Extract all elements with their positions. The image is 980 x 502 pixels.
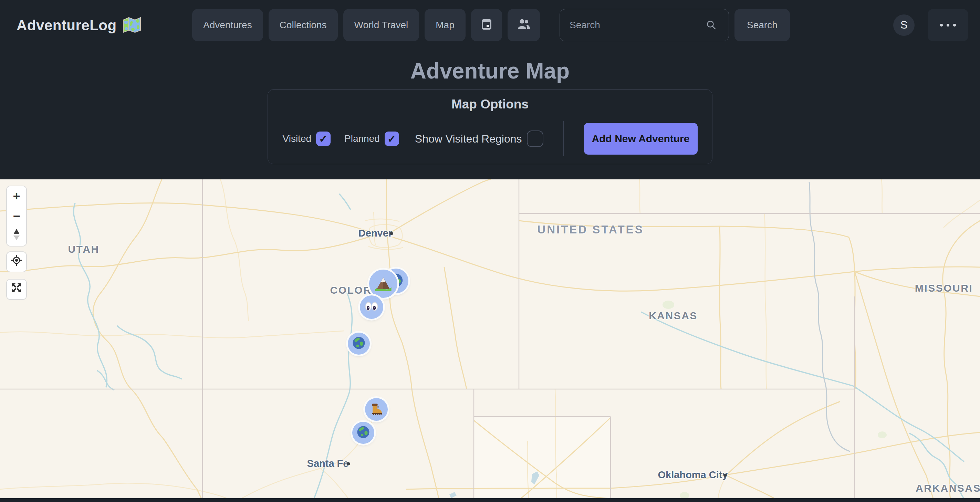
nav-world-travel[interactable]: World Travel: [343, 9, 419, 41]
planned-label: Planned: [344, 133, 380, 144]
adventure-map[interactable]: UTAH COLORADO UNITED STATES KANSAS MISSO…: [0, 180, 980, 502]
app-logo[interactable]: AdventureLog: [16, 17, 142, 34]
planned-checkbox[interactable]: ✓: [385, 132, 399, 146]
zoom-in-button[interactable]: +: [7, 186, 26, 206]
state-label-utah: UTAH: [68, 243, 99, 255]
show-visited-regions-checkbox[interactable]: [527, 130, 543, 147]
zoom-out-button[interactable]: −: [7, 206, 26, 226]
adventure-marker-mountain[interactable]: [369, 270, 398, 298]
tilt-control-button[interactable]: [7, 226, 26, 246]
geolocate-control: [6, 251, 27, 272]
navbar-right: S: [893, 9, 968, 41]
state-label-missouri: MISSOURI: [915, 282, 973, 294]
zoom-control-group: + −: [6, 186, 27, 246]
state-label-arkansas: ARKANSAS: [916, 482, 980, 494]
options-divider: [563, 121, 564, 156]
visited-label: Visited: [282, 133, 311, 144]
city-label-oklahoma-city: Oklahoma City: [658, 469, 728, 481]
avatar[interactable]: S: [893, 14, 915, 36]
geolocate-button[interactable]: [7, 252, 26, 272]
mountain-emoji-icon: [374, 274, 393, 294]
fullscreen-button[interactable]: [7, 280, 26, 299]
eyes-emoji-icon: [364, 300, 379, 315]
shared-users-button[interactable]: [508, 9, 540, 41]
app-title: AdventureLog: [16, 17, 117, 34]
visited-checkbox[interactable]: ✓: [316, 132, 331, 146]
city-dot-oklahoma-city: [724, 474, 727, 477]
add-new-adventure-button[interactable]: Add New Adventure: [584, 123, 698, 155]
city-label-denver: Denver: [358, 227, 392, 239]
map-options-card: Map Options Visited ✓ Planned ✓ Show Vis…: [267, 89, 713, 164]
nav-map[interactable]: Map: [425, 9, 465, 41]
page-title: Adventure Map: [0, 51, 980, 84]
city-dot-denver: [390, 232, 393, 235]
search-input[interactable]: [560, 9, 729, 41]
city-dot-santa-fe: [347, 462, 350, 465]
city-label-santa-fe: Santa Fe: [307, 458, 349, 469]
calendar-button[interactable]: [471, 9, 502, 41]
calendar-icon: [481, 18, 492, 33]
more-menu-button[interactable]: [928, 9, 968, 41]
fullscreen-icon: [11, 282, 22, 297]
main-nav: Adventures Collections World Travel Map: [192, 9, 540, 41]
search-area: Search: [560, 9, 790, 41]
globe-emoji-icon: [356, 425, 371, 441]
map-options-title: Map Options: [268, 97, 712, 111]
map-options-controls: Visited ✓ Planned ✓ Show Visited Regions…: [268, 121, 712, 156]
users-icon: [517, 18, 530, 32]
nav-adventures[interactable]: Adventures: [192, 9, 263, 41]
search-button[interactable]: Search: [735, 9, 790, 41]
world-map-icon: [122, 17, 142, 34]
state-label-kansas: KANSAS: [649, 310, 698, 322]
bottom-bar: [0, 498, 980, 502]
nav-collections[interactable]: Collections: [269, 9, 338, 41]
adventure-marker-globe-2[interactable]: [352, 422, 374, 444]
show-visited-regions-label: Show Visited Regions: [415, 133, 522, 145]
globe-emoji-icon: [352, 336, 366, 351]
adventure-marker-boot[interactable]: [365, 398, 388, 421]
adventure-marker-globe-1[interactable]: [348, 333, 370, 355]
geolocate-icon: [11, 254, 22, 269]
boot-emoji-icon: [369, 402, 384, 417]
adventure-marker-eyes[interactable]: [360, 295, 383, 319]
ellipsis-icon: [940, 24, 956, 27]
navbar: AdventureLog Adventures Collections Worl…: [0, 0, 980, 51]
compass-tilt-icon: [11, 228, 22, 244]
fullscreen-control: [6, 279, 27, 300]
map-basemap: [0, 180, 980, 502]
hero-section: Adventure Map Map Options Visited ✓ Plan…: [0, 51, 980, 180]
country-label-united-states: UNITED STATES: [537, 223, 644, 236]
